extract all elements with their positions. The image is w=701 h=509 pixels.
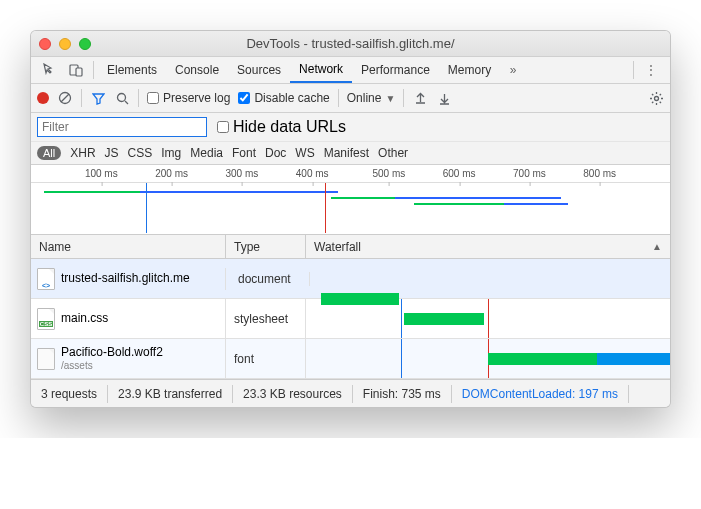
svg-point-6 xyxy=(655,96,659,100)
request-waterfall xyxy=(306,339,670,378)
waterfall-bar xyxy=(597,353,670,365)
svg-line-5 xyxy=(125,101,128,104)
throttling-select[interactable]: Online ▼ xyxy=(347,91,396,105)
settings-gear-icon[interactable] xyxy=(649,91,664,106)
svg-point-4 xyxy=(117,93,125,101)
waterfall-marker xyxy=(401,339,402,378)
tick: 400 ms xyxy=(296,168,329,179)
overview-bar xyxy=(395,197,561,199)
request-row[interactable]: Pacifico-Bold.woff2/assetsfont xyxy=(31,339,670,379)
col-waterfall[interactable]: Waterfall ▲ xyxy=(306,235,670,258)
type-filter-js[interactable]: JS xyxy=(105,146,119,160)
tab-memory[interactable]: Memory xyxy=(439,57,500,83)
overview-marker xyxy=(325,183,326,233)
type-filter-row: AllXHRJSCSSImgMediaFontDocWSManifestOthe… xyxy=(31,142,670,165)
tick: 300 ms xyxy=(225,168,258,179)
overflow-tabs-icon[interactable]: » xyxy=(500,63,526,77)
hide-data-urls-checkbox[interactable]: Hide data URLs xyxy=(217,118,346,136)
status-finish: Finish: 735 ms xyxy=(353,385,452,403)
window-controls xyxy=(39,38,91,50)
panel-tabs: ElementsConsoleSourcesNetworkPerformance… xyxy=(98,57,500,83)
tab-network[interactable]: Network xyxy=(290,57,352,83)
request-name: trusted-sailfish.glitch.me xyxy=(61,272,190,286)
request-name: main.css xyxy=(61,312,108,326)
clear-icon[interactable] xyxy=(57,91,73,105)
css-file-icon: CSS xyxy=(37,308,55,330)
tick: 600 ms xyxy=(443,168,476,179)
overview-bar xyxy=(44,191,146,193)
device-toolbar-icon[interactable] xyxy=(63,63,89,77)
preserve-log-checkbox[interactable]: Preserve log xyxy=(147,91,230,105)
dropdown-arrow-icon: ▼ xyxy=(385,93,395,104)
sort-arrow-icon: ▲ xyxy=(652,241,662,252)
col-waterfall-label: Waterfall xyxy=(314,240,361,254)
disable-cache-label: Disable cache xyxy=(254,91,329,105)
overview-marker xyxy=(146,183,147,233)
tab-elements[interactable]: Elements xyxy=(98,57,166,83)
overview-bar xyxy=(414,203,510,205)
search-icon[interactable] xyxy=(114,92,130,105)
type-filter-manifest[interactable]: Manifest xyxy=(324,146,369,160)
type-filter-xhr[interactable]: XHR xyxy=(70,146,95,160)
request-row[interactable]: CSSmain.cssstylesheet xyxy=(31,299,670,339)
waterfall-marker xyxy=(401,299,402,338)
col-name[interactable]: Name xyxy=(31,235,226,258)
throttling-value: Online xyxy=(347,91,382,105)
request-headers: Name Type Waterfall ▲ xyxy=(31,235,670,259)
close-window-button[interactable] xyxy=(39,38,51,50)
request-type: font xyxy=(226,339,306,378)
status-requests: 3 requests xyxy=(41,385,108,403)
request-row[interactable]: <>trusted-sailfish.glitch.medocument xyxy=(31,259,670,299)
overview-bar xyxy=(504,203,568,205)
col-type[interactable]: Type xyxy=(226,235,306,258)
tab-console[interactable]: Console xyxy=(166,57,228,83)
request-waterfall xyxy=(306,299,670,338)
filter-icon[interactable] xyxy=(90,92,106,105)
type-filter-doc[interactable]: Doc xyxy=(265,146,286,160)
waterfall-marker xyxy=(488,299,489,338)
type-filter-media[interactable]: Media xyxy=(190,146,223,160)
zoom-window-button[interactable] xyxy=(79,38,91,50)
font-file-icon xyxy=(37,348,55,370)
status-transferred: 23.9 KB transferred xyxy=(108,385,233,403)
panel-tabs-row: ElementsConsoleSourcesNetworkPerformance… xyxy=(31,57,670,84)
overview-lanes xyxy=(31,183,670,233)
type-filter-font[interactable]: Font xyxy=(232,146,256,160)
download-har-icon[interactable] xyxy=(436,92,452,105)
status-bar: 3 requests 23.9 KB transferred 23.3 KB r… xyxy=(31,379,670,407)
request-subpath: /assets xyxy=(61,360,163,372)
tick: 100 ms xyxy=(85,168,118,179)
overview-timeline[interactable]: 100 ms200 ms300 ms400 ms500 ms600 ms700 … xyxy=(31,165,670,235)
type-filter-css[interactable]: CSS xyxy=(128,146,153,160)
upload-har-icon[interactable] xyxy=(412,92,428,105)
record-button[interactable] xyxy=(37,92,49,104)
status-resources: 23.3 KB resources xyxy=(233,385,353,403)
type-filter-ws[interactable]: WS xyxy=(295,146,314,160)
tick: 700 ms xyxy=(513,168,546,179)
request-type: stylesheet xyxy=(226,299,306,338)
overview-ruler: 100 ms200 ms300 ms400 ms500 ms600 ms700 … xyxy=(31,165,670,183)
tick: 200 ms xyxy=(155,168,188,179)
svg-rect-1 xyxy=(76,68,82,76)
type-filter-all[interactable]: All xyxy=(37,146,61,160)
preserve-log-label: Preserve log xyxy=(163,91,230,105)
tab-sources[interactable]: Sources xyxy=(228,57,290,83)
minimize-window-button[interactable] xyxy=(59,38,71,50)
tab-performance[interactable]: Performance xyxy=(352,57,439,83)
type-filter-other[interactable]: Other xyxy=(378,146,408,160)
inspect-element-icon[interactable] xyxy=(37,63,63,77)
window-title: DevTools - trusted-sailfish.glitch.me/ xyxy=(39,36,662,51)
filter-input[interactable] xyxy=(37,117,207,137)
disable-cache-checkbox[interactable]: Disable cache xyxy=(238,91,329,105)
svg-line-3 xyxy=(61,94,69,102)
request-name: Pacifico-Bold.woff2 xyxy=(61,346,163,360)
overview-bar xyxy=(140,191,338,193)
waterfall-bar xyxy=(404,313,484,325)
network-toolbar: Preserve log Disable cache Online ▼ xyxy=(31,84,670,113)
request-rows: <>trusted-sailfish.glitch.medocumentCSSm… xyxy=(31,259,670,379)
request-type: document xyxy=(230,272,310,286)
status-dcl[interactable]: DOMContentLoaded: 197 ms xyxy=(452,385,629,403)
type-filter-img[interactable]: Img xyxy=(161,146,181,160)
more-menu-icon[interactable]: ⋮ xyxy=(638,63,664,77)
tick: 500 ms xyxy=(372,168,405,179)
